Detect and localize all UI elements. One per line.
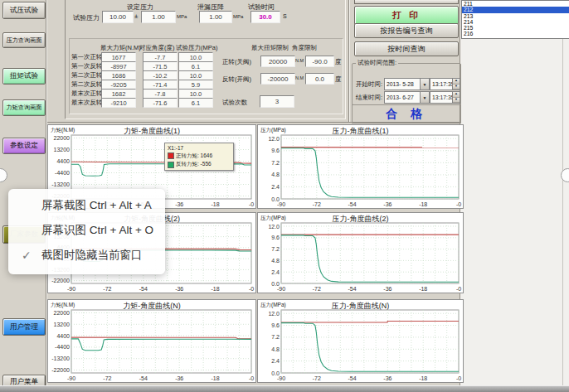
leak-drop-input[interactable]: 1.00 [199,11,232,23]
svg-text:-90: -90 [277,375,285,381]
sidebar-item-pressure-query[interactable]: 压力查询画面 [2,32,46,48]
svg-text:-36: -36 [383,286,391,292]
menu-item-screen-ocr[interactable]: 屏幕识图 Ctrl + Alt + O [8,218,165,243]
forward-angle-input[interactable]: -90.0 [305,56,334,67]
svg-text:-0: -0 [249,201,254,207]
svg-text:22000: 22000 [54,310,71,316]
right-splitter-handle[interactable] [561,168,569,182]
svg-text:-54: -54 [139,375,148,381]
svg-text:-72: -72 [103,375,111,381]
svg-text:9.6: 9.6 [271,148,280,153]
time-range-label: 试验时间范围: [356,59,398,67]
reverse-torque-unit: N.M [295,75,304,80]
query-by-report-button[interactable]: 按报告编号查询 [354,23,459,38]
clipped-top-button[interactable] [354,0,459,4]
report-list-item[interactable]: 212 [462,7,569,12]
sidebar-item-torque-query[interactable]: 力矩查询画面 [2,99,46,116]
tooltip-reverse-value: 反转力矩: -556 [176,161,212,168]
report-list-item[interactable]: 213 [462,13,569,19]
angle-header: 对应角度(度) [139,44,175,52]
svg-text:9.6: 9.6 [271,322,280,328]
svg-text:-13200: -13200 [51,181,70,187]
test-pressure-input[interactable]: 10.00 [102,11,134,23]
svg-text:-0: -0 [456,286,461,292]
tolerance-input[interactable]: 1.00 [141,11,176,23]
sidebar-item-pressure-test[interactable]: 试压试验 [2,2,46,19]
print-button[interactable]: 打 印 [354,6,459,25]
end-time-spin-icons[interactable]: ▲▼ [452,92,460,103]
start-date-value: 2013- 5-28 [385,81,420,87]
report-list-item[interactable]: 215 [462,25,569,31]
end-date-picker[interactable]: 2013- 6-27 ▼ [384,91,430,104]
end-time-spinner[interactable]: 13:17:35 ▲▼ [430,91,460,104]
left-splitter-handle[interactable] [0,168,7,182]
screenshot-context-menu: 屏幕截图 Ctrl + Alt + A 屏幕识图 Ctrl + Alt + O … [8,189,165,274]
right-empty-panel [461,0,569,385]
svg-text:4.8: 4.8 [271,172,280,177]
app-window: 试压试验 压力查询画面 扭矩试验 力矩查询画面 参数设定 厂家参数 用户管理 用… [0,0,569,392]
report-list-item[interactable]: 214 [462,19,569,25]
svg-text:-18: -18 [419,286,427,292]
reverse-torque-input[interactable]: -20000 [260,73,295,85]
svg-text:22000: 22000 [54,135,71,141]
menu-item-hide-window-label: 截图时隐藏当前窗口 [41,248,143,263]
end-date-value: 2013- 6-27 [385,94,420,100]
row-label: 最末次反转 [71,99,103,107]
svg-text:-36: -36 [175,375,183,381]
query-by-time-button[interactable]: 按时间查询 [354,41,459,56]
svg-text:-54: -54 [348,375,357,381]
svg-text:-0: -0 [249,286,254,292]
mpa-unit-1: MPa [177,14,187,19]
pressure-angle-chart-n: 压力(MPa) 压力-角度曲线(N) -90-72-54-36-18-012.0… [257,299,464,383]
table-row: 第二次反转-9205-71.45.9 [71,80,216,88]
svg-text:-18: -18 [419,201,427,207]
svg-text:-36: -36 [383,201,391,207]
angle-cell: -71.6 [143,98,178,108]
seconds-unit: S [283,13,287,19]
svg-text:13200: 13200 [54,147,71,152]
svg-text:-13200: -13200 [51,356,70,361]
svg-text:-72: -72 [103,286,111,292]
row-label: 第二次正转 [71,71,103,80]
sidebar-item-parameter-set[interactable]: 参数设定 [2,138,46,154]
sidebar-item-user-manage[interactable]: 用户管理 [2,318,46,336]
torque-angle-chart-n: 力矩(N.M) 力矩-角度曲线(N) -90-72-54-36-18-02200… [47,299,256,383]
reverse-angle-input[interactable]: 0.0 [305,73,334,85]
test-count-input[interactable]: 3 [260,95,294,108]
row-label: 最末次正转 [71,90,103,98]
forward-torque-input[interactable]: 20000 [260,56,295,67]
menu-item-screen-capture[interactable]: 屏幕截图 Ctrl + Alt + A [8,193,165,218]
row-label: 第一次正转 [71,53,103,61]
torque-results-table: 第一次正转1677-7.710.0第一次反转-8997-71.56.1第二次正转… [71,52,221,109]
svg-text:-18: -18 [212,375,220,381]
svg-text:-18: -18 [419,375,427,381]
start-date-picker[interactable]: 2013- 5-28 ▼ [384,78,430,90]
svg-text:-90: -90 [277,286,285,292]
checkmark-icon: ✓ [22,249,32,262]
table-row: 第一次正转1677-7.710.0 [71,52,216,60]
svg-text:12.0: 12.0 [268,224,280,230]
report-number-list[interactable]: 211212213214215216 [461,0,569,39]
pressure-cell: 6.1 [178,98,213,108]
svg-text:4400: 4400 [56,158,70,164]
svg-text:0.0: 0.0 [271,281,280,287]
report-list-item[interactable]: 216 [462,31,569,36]
chart-tooltip: X1:-17 正转力矩: 1646 反转力矩: -556 [164,143,234,171]
forward-torque-unit: N.M [295,58,304,63]
start-date-dropdown-icon[interactable]: ▼ [420,79,429,90]
svg-text:-18: -18 [212,286,220,292]
pressure-header: 试验压力(MPa) [176,44,217,52]
svg-text:7.2: 7.2 [271,160,280,166]
menu-item-hide-window[interactable]: ✓ 截图时隐藏当前窗口 [8,243,165,268]
sidebar-item-torque-test[interactable]: 扭矩试验 [2,68,46,85]
start-time-spinner[interactable]: 13:17:35 ▲▼ [430,78,460,90]
end-date-dropdown-icon[interactable]: ▼ [420,92,429,103]
start-time-spin-icons[interactable]: ▲▼ [452,79,460,90]
pressure-angle-chart-1: 压力(MPa) 压力-角度曲线(1) -90-72-54-36-18-012.0… [257,124,464,209]
report-list-item[interactable]: 211 [462,1,569,7]
svg-text:-36: -36 [175,286,183,292]
torque-cell: -9210 [101,98,136,108]
test-time-input[interactable]: 30.0 [250,11,280,23]
plus-minus-label: ± [134,12,138,20]
mpa-unit-2: MPa [233,14,243,19]
